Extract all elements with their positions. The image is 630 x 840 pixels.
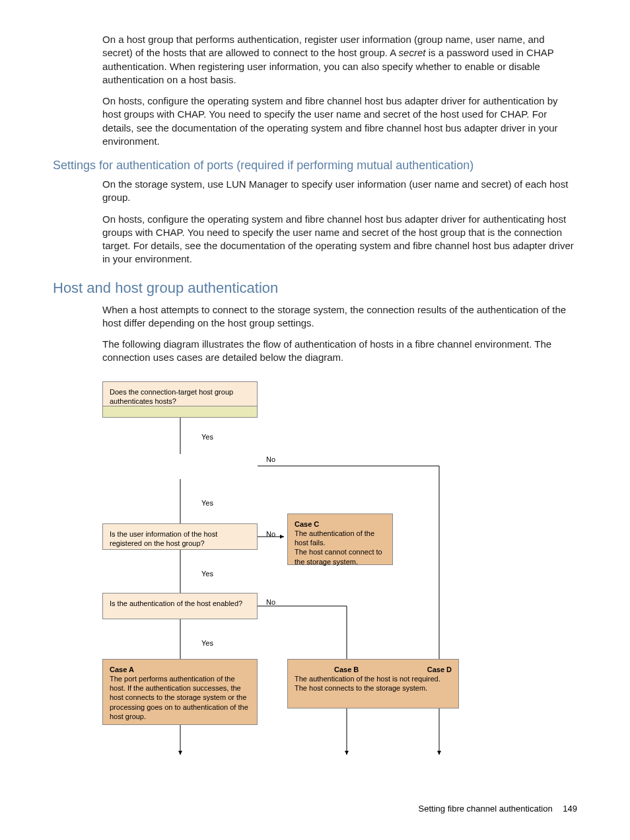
flow-decision-2: Is the user information of the host regi… [102, 523, 258, 550]
paragraph-1: On a host group that performs authentica… [53, 33, 577, 87]
paragraph-6: The following diagram illustrates the fl… [53, 338, 577, 365]
flow-decision-1: Does the connection-target host group au… [102, 381, 258, 406]
paragraph-3: On the storage system, use LUN Manager t… [53, 178, 577, 205]
label-no-3: No [266, 598, 275, 606]
case-c-body: The authentication of the host fails. Th… [295, 529, 382, 566]
label-no-1: No [266, 455, 275, 463]
flowchart: A host requires connection to a host gro… [102, 381, 479, 761]
case-a-body: The port performs authentication of the … [110, 675, 248, 720]
flow-d2-text: Is the user information of the host regi… [110, 530, 217, 547]
case-b-title: Case B [334, 665, 359, 674]
flow-d3-text: Is the authentication of the host enable… [110, 599, 242, 607]
flow-d1-text: Does the connection-target host group au… [110, 388, 233, 405]
label-yes-3: Yes [201, 570, 213, 578]
flow-case-a: Case A The port performs authentication … [102, 659, 258, 725]
label-yes-2: Yes [201, 499, 213, 507]
subheading-port-auth: Settings for authentication of ports (re… [53, 159, 577, 172]
case-d-title: Case D [427, 665, 452, 674]
label-yes-1: Yes [201, 433, 213, 441]
paragraph-5: When a host attempts to connect to the s… [53, 303, 577, 330]
case-a-title: Case A [110, 666, 134, 673]
paragraph-2: On hosts, configure the operating system… [53, 95, 577, 148]
case-bd-body: The authentication of the host is not re… [295, 675, 440, 692]
footer-section: Setting fibre channel authentication [419, 804, 553, 814]
flow-decision-3: Is the authentication of the host enable… [102, 593, 258, 619]
flow-case-c: Case C The authentication of the host fa… [287, 514, 393, 565]
case-c-title: Case C [295, 520, 319, 528]
page-footer: Setting fibre channel authentication 149 [419, 804, 577, 814]
label-yes-4: Yes [201, 639, 213, 647]
label-no-2: No [266, 530, 275, 538]
paragraph-4: On hosts, configure the operating system… [53, 213, 577, 266]
p1-secret: secret [399, 47, 426, 58]
heading-host-auth: Host and host group authentication [53, 280, 577, 297]
footer-page-number: 149 [563, 804, 577, 814]
flow-case-bd: Case B Case D The authentication of the … [287, 659, 459, 708]
